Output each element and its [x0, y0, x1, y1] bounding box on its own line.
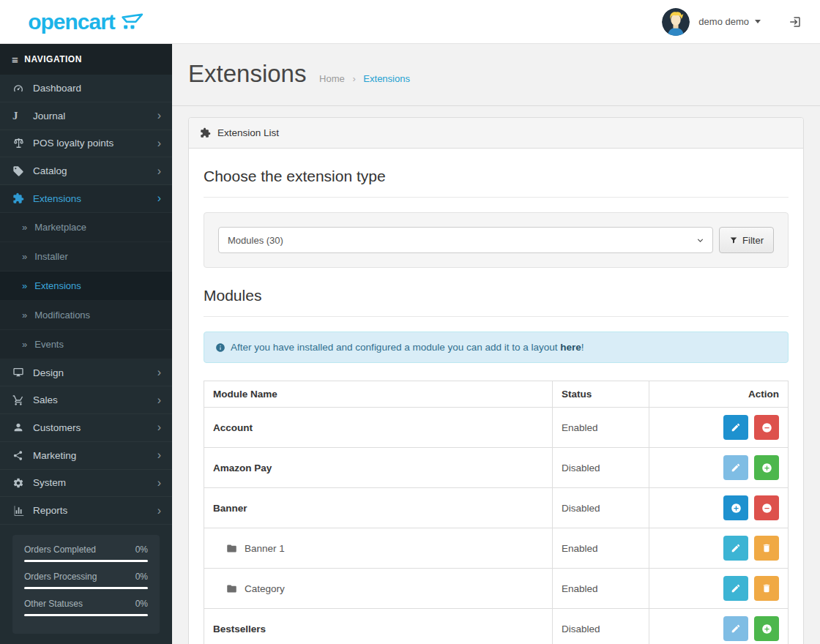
stat-value: 0%: [135, 544, 148, 555]
breadcrumb-extensions[interactable]: Extensions: [363, 73, 410, 84]
submenu-item-marketplace[interactable]: » Marketplace: [0, 213, 172, 242]
cart-logo-icon: [119, 12, 144, 30]
double-angle-icon: »: [22, 251, 27, 262]
nav-header-label: NAVIGATION: [24, 54, 82, 64]
delete-button[interactable]: [754, 576, 779, 601]
edit-button[interactable]: [723, 415, 748, 440]
chevron-right-icon: ›: [157, 110, 161, 121]
layout-here-link[interactable]: here: [560, 342, 581, 353]
gear-icon: [12, 477, 33, 489]
extension-type-select[interactable]: Modules (30): [218, 227, 713, 253]
top-header: opencart demo demo: [0, 0, 820, 44]
stat-orders-processing: Orders Processing 0%: [24, 572, 148, 589]
journal-icon: J: [12, 110, 33, 122]
breadcrumb-separator-icon: ›: [352, 73, 355, 84]
choose-extension-type-title: Choose the extension type: [204, 168, 789, 198]
user-icon: [12, 422, 33, 433]
module-name: Bestsellers: [204, 609, 553, 644]
table-row-category: Category Enabled: [204, 569, 789, 609]
edit-button[interactable]: [723, 576, 748, 601]
module-name: Banner 1: [245, 543, 285, 554]
stat-value: 0%: [135, 599, 148, 609]
progress-bar: [24, 587, 148, 589]
sidebar-item-journal[interactable]: J Journal ›: [0, 102, 172, 130]
stat-value: 0%: [135, 572, 148, 582]
sidebar-item-customers[interactable]: Customers ›: [0, 414, 172, 442]
submenu-item-extensions[interactable]: » Extensions: [0, 272, 172, 301]
funnel-icon: [729, 236, 738, 244]
sidebar-item-sales[interactable]: Sales ›: [0, 386, 172, 414]
stat-other-statuses: Other Statuses 0%: [24, 599, 148, 616]
sidebar-item-reports[interactable]: Reports ›: [0, 497, 172, 525]
add-module-button[interactable]: [723, 495, 748, 520]
plus-circle-icon: [731, 503, 742, 514]
install-button[interactable]: [754, 455, 779, 480]
edit-button-disabled[interactable]: [723, 455, 748, 480]
double-angle-icon: »: [22, 339, 27, 350]
modules-table: Module Name Status Action Account Enable…: [204, 381, 789, 644]
modules-title: Modules: [204, 287, 789, 317]
uninstall-button[interactable]: [754, 415, 779, 440]
col-action: Action: [649, 381, 789, 408]
user-name: demo demo: [698, 16, 749, 27]
trash-icon: [761, 583, 772, 594]
table-row-banner: Banner Disabled: [204, 488, 789, 528]
sidebar-item-pos-loyalty-points[interactable]: POS loyalty points ›: [0, 130, 172, 158]
progress-bar: [24, 560, 148, 562]
col-module-name: Module Name: [204, 381, 553, 408]
breadcrumb-home[interactable]: Home: [319, 73, 345, 84]
submenu-item-modifications[interactable]: » Modifications: [0, 301, 172, 330]
table-header-row: Module Name Status Action: [204, 381, 789, 408]
puzzle-icon: [200, 127, 211, 138]
avatar: [662, 8, 690, 36]
chevron-right-icon: ›: [157, 505, 161, 517]
edit-button[interactable]: [723, 536, 748, 561]
user-menu[interactable]: demo demo: [662, 8, 761, 36]
chevron-right-icon: ›: [157, 477, 161, 489]
opencart-logo[interactable]: opencart: [28, 11, 144, 33]
uninstall-button[interactable]: [754, 495, 779, 520]
delete-button[interactable]: [754, 536, 779, 561]
panel-body: Choose the extension type Modules (30) F…: [189, 149, 803, 644]
nav-header: ≡ NAVIGATION: [0, 44, 172, 75]
tags-icon: [12, 165, 33, 177]
bar-chart-icon: [12, 505, 33, 517]
breadcrumb: Home › Extensions: [319, 73, 410, 84]
logout-button[interactable]: [789, 15, 802, 29]
filter-button[interactable]: Filter: [719, 227, 774, 253]
module-status: Enabled: [553, 569, 649, 609]
install-button[interactable]: [754, 616, 779, 641]
table-row-banner-1: Banner 1 Enabled: [204, 528, 789, 569]
double-angle-icon: »: [22, 222, 27, 233]
sidebar-item-dashboard[interactable]: Dashboard: [0, 75, 172, 102]
submenu-item-events[interactable]: » Events: [0, 330, 172, 359]
alert-text: After you have installed and configured …: [231, 342, 584, 353]
module-status: Disabled: [553, 448, 649, 488]
page-title: Extensions: [188, 60, 306, 87]
chevron-right-icon: ›: [157, 138, 161, 149]
folder-icon: [226, 583, 237, 594]
sidebar-item-extensions[interactable]: Extensions ›: [0, 185, 172, 213]
panel-heading-label: Extension List: [217, 127, 279, 138]
pencil-icon: [731, 624, 741, 634]
col-status: Status: [553, 381, 649, 408]
sidebar-item-marketing[interactable]: Marketing ›: [0, 442, 172, 470]
table-row-amazon-pay: Amazon Pay Disabled: [204, 448, 789, 488]
module-name: Amazon Pay: [204, 448, 553, 488]
sidebar-item-system[interactable]: System ›: [0, 470, 172, 498]
sidebar-item-catalog[interactable]: Catalog ›: [0, 157, 172, 185]
module-name: Banner: [204, 488, 553, 528]
minus-circle-icon: [761, 503, 772, 514]
plus-circle-icon: [761, 624, 772, 634]
submenu-item-installer[interactable]: » Installer: [0, 242, 172, 272]
table-row-bestsellers: Bestsellers Disabled: [204, 609, 789, 644]
module-name: Account: [204, 408, 553, 448]
edit-button-disabled[interactable]: [723, 616, 748, 641]
module-status: Disabled: [553, 488, 649, 528]
sign-out-icon: [789, 15, 802, 29]
logo-text: opencart: [28, 11, 115, 33]
pencil-icon: [731, 583, 741, 594]
pencil-icon: [731, 463, 741, 473]
sidebar-item-design[interactable]: Design ›: [0, 359, 172, 387]
caret-down-icon: [755, 20, 761, 23]
